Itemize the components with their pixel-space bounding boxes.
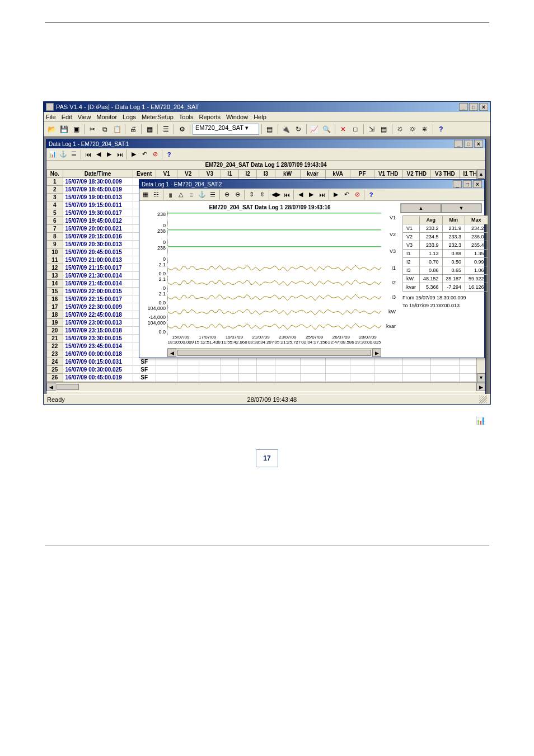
table-row[interactable]: 2416/07/09 00:15:00.031SF: [47, 358, 485, 366]
zoomin-icon[interactable]: ⊕: [222, 190, 232, 200]
menu-edit[interactable]: Edit: [62, 114, 72, 120]
ud2-icon[interactable]: ⇳: [257, 190, 267, 200]
tool3-icon[interactable]: ⛯: [419, 124, 430, 135]
tool1-icon[interactable]: ⛭: [395, 124, 406, 135]
properties-icon[interactable]: ☰: [160, 124, 171, 135]
bars-icon[interactable]: ⫼: [165, 190, 175, 200]
col-header[interactable]: kVA: [325, 170, 350, 178]
close-button[interactable]: ×: [479, 103, 488, 111]
zoomout-icon[interactable]: ⊖: [232, 190, 242, 200]
open-icon[interactable]: 📂: [46, 124, 57, 135]
props2-icon[interactable]: ☰: [208, 190, 218, 200]
saveall-icon[interactable]: ▣: [71, 124, 82, 135]
filter-icon[interactable]: ☷: [151, 190, 161, 200]
last-icon[interactable]: ⏭: [115, 149, 125, 159]
props-icon[interactable]: ☰: [69, 149, 79, 159]
undo-icon[interactable]: ↶: [139, 149, 149, 159]
play-icon[interactable]: ▶: [129, 149, 139, 159]
anchor-icon[interactable]: ⚓: [58, 149, 68, 159]
maximize-button[interactable]: □: [469, 103, 478, 111]
menu-tools[interactable]: Tools: [179, 114, 194, 120]
chart-vscroll[interactable]: ▲ ▼: [400, 203, 482, 213]
grid-icon[interactable]: ▦: [144, 124, 155, 135]
copy-icon[interactable]: ⧉: [99, 124, 110, 135]
first-icon[interactable]: ⏮: [83, 149, 93, 159]
save-icon[interactable]: 💾: [58, 124, 69, 135]
chart-icon[interactable]: 📈: [309, 124, 320, 135]
chart-hscroll[interactable]: ◀ ▶: [167, 348, 381, 357]
print-icon[interactable]: 🖨: [128, 124, 139, 135]
menu-view[interactable]: View: [78, 114, 91, 120]
col-header[interactable]: V2 THD: [402, 170, 431, 178]
play2-icon[interactable]: ▶: [331, 190, 341, 200]
refresh-icon[interactable]: ↻: [293, 124, 304, 135]
prev-icon[interactable]: ◀: [93, 149, 104, 159]
menu-monitor[interactable]: Monitor: [96, 114, 117, 120]
col-header[interactable]: V1: [156, 170, 177, 178]
cut-icon[interactable]: ✂: [87, 124, 98, 135]
stop3-icon[interactable]: ⊘: [352, 190, 362, 200]
lr-icon[interactable]: ◀▶: [271, 190, 281, 200]
menu-window[interactable]: Window: [226, 114, 248, 120]
col-header[interactable]: No.: [47, 170, 63, 178]
chart-vscroll-dn[interactable]: ▼: [441, 204, 481, 213]
minimize-button[interactable]: _: [459, 103, 468, 111]
undo2-icon[interactable]: ↶: [341, 190, 352, 200]
menu-file[interactable]: File: [46, 114, 56, 120]
col-header[interactable]: kvar: [300, 170, 325, 178]
table-hscroll[interactable]: ◀ ▶: [46, 382, 485, 391]
prev2-icon[interactable]: ◀: [296, 190, 306, 200]
chart-hscroll-right[interactable]: ▶: [372, 349, 381, 357]
col-header[interactable]: kW: [275, 170, 300, 178]
col-header[interactable]: V3: [199, 170, 221, 178]
chart-hscroll-left[interactable]: ◀: [167, 349, 176, 357]
help-icon[interactable]: ?: [435, 124, 447, 135]
table-view-icon[interactable]: ▦: [140, 190, 151, 200]
zoom-icon[interactable]: 🔍: [321, 124, 332, 135]
delete-icon[interactable]: ✕: [338, 124, 349, 135]
menu-logs[interactable]: Logs: [123, 114, 136, 120]
gear-icon[interactable]: ⚙: [176, 124, 188, 135]
table-row[interactable]: 2516/07/09 00:30:00.025SF: [47, 366, 485, 374]
stop2-icon[interactable]: ⊘: [150, 149, 160, 159]
child2-close[interactable]: ×: [473, 180, 482, 188]
hscroll-left-icon[interactable]: ◀: [46, 383, 55, 391]
last2-icon[interactable]: ⏭: [317, 190, 327, 200]
first2-icon[interactable]: ⏮: [282, 190, 292, 200]
next-icon[interactable]: ▶: [104, 149, 114, 159]
col-header[interactable]: I3: [257, 170, 275, 178]
chart-vscroll-up[interactable]: ▲: [401, 204, 441, 213]
table-row[interactable]: 2616/07/09 00:45:00.019SF: [47, 374, 485, 382]
col-header[interactable]: Date/Time: [63, 170, 133, 178]
table-icon[interactable]: ▤: [264, 124, 275, 135]
scroll-down-icon[interactable]: ▼: [477, 373, 485, 382]
list-icon[interactable]: ≡: [186, 190, 196, 200]
scroll-up-icon[interactable]: ▲: [477, 170, 485, 179]
export-icon[interactable]: ⇲: [366, 124, 377, 135]
child1-close[interactable]: ×: [474, 140, 483, 148]
col-header[interactable]: PF: [350, 170, 374, 178]
ud-icon[interactable]: ⇕: [246, 190, 256, 200]
delta-icon[interactable]: △: [176, 190, 186, 200]
hscroll-thumb[interactable]: [57, 384, 79, 390]
chart-hscroll-thumb[interactable]: [177, 350, 371, 356]
col-header[interactable]: Event: [133, 170, 156, 178]
stop-icon[interactable]: □: [350, 124, 361, 135]
hscroll-right-icon[interactable]: ▶: [476, 383, 485, 391]
col-header[interactable]: V2: [177, 170, 199, 178]
report-icon[interactable]: ▤: [378, 124, 390, 135]
col-header[interactable]: V1 THD: [374, 170, 402, 178]
datalog-chart-titlebar[interactable]: Data Log 1 - EM720_204_SAT:2 _ □ ×: [139, 180, 484, 189]
menu-reports[interactable]: Reports: [199, 114, 221, 120]
resize-grip-icon[interactable]: [479, 396, 487, 403]
next2-icon[interactable]: ▶: [306, 190, 316, 200]
col-header[interactable]: I1: [221, 170, 238, 178]
anchor2-icon[interactable]: ⚓: [197, 190, 207, 200]
col-header[interactable]: V3 THD: [431, 170, 460, 178]
child1-minimize[interactable]: _: [454, 140, 463, 148]
paste-icon[interactable]: 📋: [111, 124, 123, 135]
help3-icon[interactable]: ?: [366, 190, 376, 200]
child2-minimize[interactable]: _: [453, 180, 462, 188]
datalog-table-titlebar[interactable]: Data Log 1 - EM720_204_SAT:1 _ □ ×: [46, 139, 485, 148]
menu-metersetup[interactable]: MeterSetup: [142, 114, 174, 120]
